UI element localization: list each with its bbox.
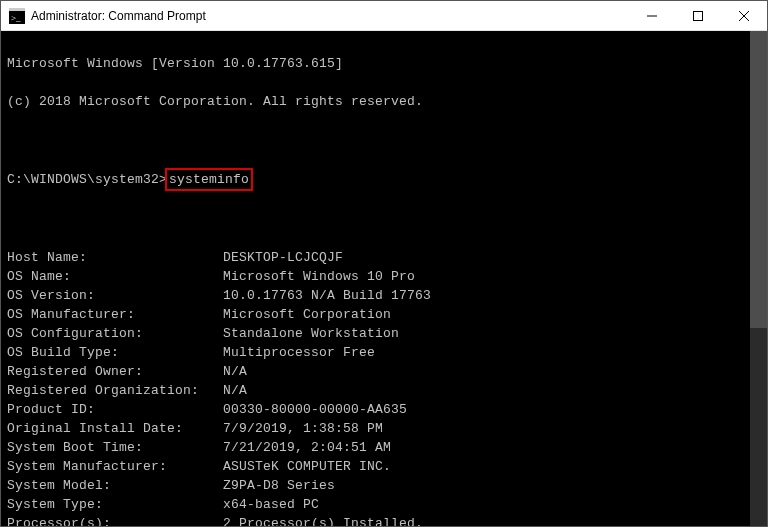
info-row: System Type: x64-based PC xyxy=(7,495,767,514)
info-row: System Model: Z9PA-D8 Series xyxy=(7,476,767,495)
info-row: OS Name: Microsoft Windows 10 Pro xyxy=(7,267,767,286)
command-prompt-window: >_ Administrator: Command Prompt Microso… xyxy=(0,0,768,527)
info-row: System Manufacturer: ASUSTeK COMPUTER IN… xyxy=(7,457,767,476)
prompt-line: C:\WINDOWS\system32>systeminfo xyxy=(7,168,767,191)
info-row: OS Build Type: Multiprocessor Free xyxy=(7,343,767,362)
titlebar[interactable]: >_ Administrator: Command Prompt xyxy=(1,1,767,31)
maximize-button[interactable] xyxy=(675,1,721,30)
info-row: System Boot Time: 7/21/2019, 2:04:51 AM xyxy=(7,438,767,457)
info-row: OS Configuration: Standalone Workstation xyxy=(7,324,767,343)
info-row: OS Version: 10.0.17763 N/A Build 17763 xyxy=(7,286,767,305)
close-button[interactable] xyxy=(721,1,767,30)
info-row: Processor(s): 2 Processor(s) Installed. xyxy=(7,514,767,526)
terminal-output[interactable]: Microsoft Windows [Version 10.0.17763.61… xyxy=(1,31,767,526)
info-row: OS Manufacturer: Microsoft Corporation xyxy=(7,305,767,324)
systeminfo-fields: Host Name: DESKTOP-LCJCQJFOS Name: Micro… xyxy=(7,248,767,526)
header-line-2: (c) 2018 Microsoft Corporation. All righ… xyxy=(7,92,767,111)
scrollbar[interactable] xyxy=(750,31,767,526)
svg-text:>_: >_ xyxy=(11,13,21,23)
info-row: Original Install Date: 7/9/2019, 1:38:58… xyxy=(7,419,767,438)
svg-rect-4 xyxy=(694,11,703,20)
info-row: Registered Owner: N/A xyxy=(7,362,767,381)
info-row: Host Name: DESKTOP-LCJCQJF xyxy=(7,248,767,267)
prompt-path: C:\WINDOWS\system32> xyxy=(7,172,167,187)
window-controls xyxy=(629,1,767,30)
cmd-icon: >_ xyxy=(9,8,25,24)
svg-rect-1 xyxy=(9,8,25,11)
minimize-button[interactable] xyxy=(629,1,675,30)
window-title: Administrator: Command Prompt xyxy=(31,9,629,23)
command-highlight: systeminfo xyxy=(165,168,253,191)
info-row: Registered Organization: N/A xyxy=(7,381,767,400)
header-line-1: Microsoft Windows [Version 10.0.17763.61… xyxy=(7,54,767,73)
info-row: Product ID: 00330-80000-00000-AA635 xyxy=(7,400,767,419)
scrollbar-thumb[interactable] xyxy=(750,31,767,328)
command-text: systeminfo xyxy=(169,172,249,187)
